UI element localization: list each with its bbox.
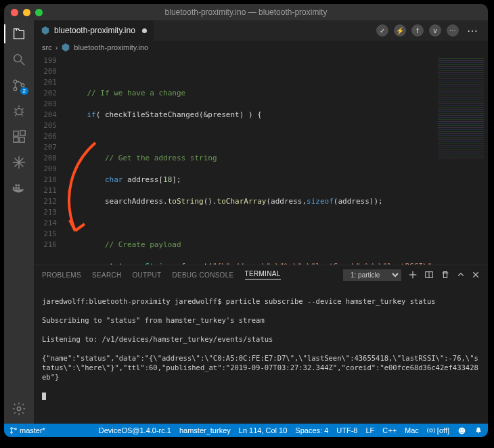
terminal-line: jaredwolff:bluetooth-proximity jaredwolf… (42, 296, 480, 306)
action-check-icon[interactable]: ✓ (376, 24, 388, 37)
status-live[interactable]: [off] (427, 426, 449, 434)
svg-line-11 (16, 114, 17, 116)
minimize-window-button[interactable] (23, 9, 30, 16)
tab-problems[interactable]: PROBLEMS (42, 271, 81, 279)
status-device[interactable]: hamster_turkey (179, 426, 231, 434)
settings-gear-icon[interactable] (11, 401, 27, 417)
svg-point-3 (14, 87, 17, 91)
svg-point-33 (11, 428, 12, 429)
tab-terminal[interactable]: TERMINAL (245, 270, 281, 279)
line-gutter: 1992002012022032042052062072082092102112… (34, 54, 64, 265)
new-terminal-icon[interactable] (408, 270, 418, 279)
svg-point-5 (16, 108, 22, 114)
tab-debug-console[interactable]: DEBUG CONSOLE (172, 271, 233, 279)
status-deviceos[interactable]: DeviceOS@1.4.0-rc.1 (99, 426, 171, 434)
terminal-line: Subscribing to "status" from hamster_tur… (42, 315, 480, 325)
window-title: bluetooth-proximity.ino — bluetooth-prox… (4, 7, 488, 17)
code-editor[interactable]: 1992002012022032042052062072082092102112… (34, 54, 488, 265)
terminal-line: Listening to: /v1/devices/hamster_turkey… (42, 334, 480, 344)
terminal-output[interactable]: jaredwolff:bluetooth-proximity jaredwolf… (34, 284, 488, 424)
breadcrumb[interactable]: src › bluetooth-proximity.ino (34, 41, 488, 54)
svg-line-12 (22, 114, 23, 116)
cpp-file-icon (61, 43, 70, 52)
svg-point-35 (15, 428, 16, 430)
close-window-button[interactable] (11, 9, 18, 16)
particle-icon[interactable] (11, 154, 27, 171)
docker-icon[interactable] (11, 180, 27, 196)
svg-rect-21 (13, 187, 15, 189)
modified-indicator-icon (142, 28, 147, 33)
close-panel-icon[interactable] (472, 271, 480, 279)
zoom-window-button[interactable] (35, 9, 43, 16)
svg-rect-15 (20, 137, 24, 142)
svg-rect-22 (16, 187, 18, 189)
extensions-icon[interactable] (11, 129, 27, 145)
activity-bar: 2 (4, 20, 34, 424)
scm-icon[interactable]: 2 (11, 77, 27, 93)
breadcrumb-seg[interactable]: bluetooth-proximity.ino (74, 43, 148, 51)
svg-rect-24 (16, 185, 18, 187)
tab-search[interactable]: SEARCH (92, 271, 121, 279)
svg-line-7 (15, 108, 16, 110)
svg-point-26 (17, 407, 21, 411)
svg-rect-16 (20, 131, 25, 135)
svg-rect-14 (14, 137, 18, 142)
explorer-icon[interactable] (11, 26, 27, 42)
tab-output[interactable]: OUTPUT (132, 271, 161, 279)
git-branch[interactable]: master* (9, 426, 45, 434)
maximize-panel-icon[interactable] (457, 271, 465, 279)
svg-point-36 (430, 429, 433, 432)
action-flash-icon[interactable]: ⚡ (394, 24, 406, 37)
terminal-selector[interactable]: 1: particle (343, 269, 401, 281)
debug-icon[interactable] (11, 103, 27, 119)
status-language[interactable]: C++ (382, 426, 397, 434)
status-os[interactable]: Mac (405, 426, 419, 434)
action-v-icon[interactable]: v (429, 24, 441, 37)
kill-terminal-icon[interactable] (441, 270, 450, 279)
titlebar: bluetooth-proximity.ino — bluetooth-prox… (4, 4, 488, 20)
svg-rect-25 (18, 185, 20, 187)
minimap[interactable] (434, 54, 488, 265)
chevron-right-icon: › (55, 43, 58, 51)
svg-line-8 (22, 108, 24, 110)
terminal-line: {"name":"status","data":"{\"address\":\"… (42, 353, 480, 382)
svg-rect-13 (14, 131, 18, 136)
cpp-file-icon (41, 26, 50, 35)
scm-badge: 2 (20, 87, 28, 95)
svg-rect-23 (18, 187, 20, 189)
terminal-cursor (42, 393, 46, 400)
split-terminal-icon[interactable] (424, 270, 434, 279)
status-eol[interactable]: LF (365, 426, 374, 434)
code-body[interactable]: // If we have a change if( checkTileStat… (64, 54, 434, 265)
feedback-icon[interactable] (457, 426, 466, 435)
breadcrumb-seg[interactable]: src (42, 43, 52, 51)
svg-point-4 (21, 84, 24, 87)
status-encoding[interactable]: UTF-8 (336, 426, 357, 434)
tab-overflow-icon[interactable]: ⋯ (464, 24, 481, 37)
tab-label: bluetooth-proximity.ino (54, 26, 135, 35)
svg-point-2 (14, 80, 17, 83)
bottom-panel: PROBLEMS SEARCH OUTPUT DEBUG CONSOLE TER… (34, 265, 488, 424)
svg-line-1 (21, 62, 25, 66)
action-more-icon[interactable]: ⋯ (447, 24, 459, 37)
svg-point-38 (460, 429, 461, 430)
status-bar: master* DeviceOS@1.4.0-rc.1 hamster_turk… (4, 424, 488, 437)
status-position[interactable]: Ln 114, Col 10 (239, 426, 288, 434)
tab-bluetooth-proximity[interactable]: bluetooth-proximity.ino (34, 20, 154, 41)
svg-point-37 (459, 427, 466, 434)
search-icon[interactable] (11, 51, 27, 68)
action-f-icon[interactable]: f (411, 24, 424, 37)
bell-icon[interactable] (474, 426, 482, 434)
status-spaces[interactable]: Spaces: 4 (295, 426, 328, 434)
svg-point-0 (14, 55, 22, 62)
editor-tabbar: bluetooth-proximity.ino ✓ ⚡ f v ⋯ ⋯ (34, 20, 488, 41)
svg-point-39 (462, 429, 463, 430)
svg-point-34 (11, 432, 12, 433)
